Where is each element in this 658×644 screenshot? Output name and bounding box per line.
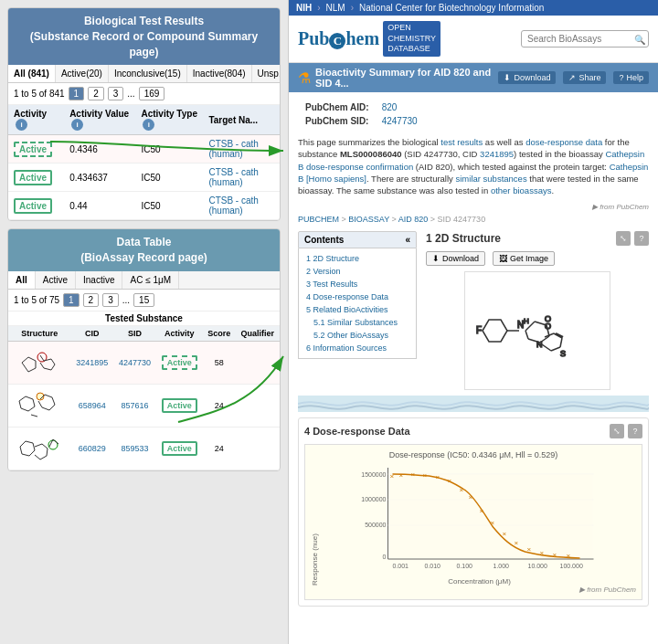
table-row: Active 0.434637 IC50 CTSB - cath (human) (8, 164, 280, 192)
target-link-2[interactable]: CTSB - cath (human) (208, 167, 258, 187)
qual-1 (236, 341, 280, 384)
svg-line-14 (33, 399, 35, 406)
target-link-1[interactable]: CTSB - cath (human) (208, 139, 258, 159)
sid-link-2[interactable]: 857616 (121, 401, 148, 410)
download-structure-btn[interactable]: ⬇ Download (426, 251, 485, 266)
breadcrumb-bioassay[interactable]: BIOASSAY (348, 215, 389, 224)
svg-text:500000: 500000 (365, 522, 386, 528)
qual-3 (236, 427, 280, 470)
svg-text:10.000: 10.000 (528, 563, 548, 569)
page-ellipsis: ... (127, 89, 134, 99)
help-icon: ? (619, 73, 623, 82)
share-btn[interactable]: ↗ Share (563, 71, 606, 84)
data-table: Structure CID SID Activity Score Qualifi… (8, 326, 280, 470)
aid-value[interactable]: 820 (377, 101, 423, 113)
nih-sep-1: › (317, 3, 320, 13)
data-row-3: 660829 859533 Active 24 (8, 427, 280, 470)
contents-item-5[interactable]: 5 Related BioActivities (299, 303, 416, 316)
content-area: PubChem AID: 820 PubChem SID: 4247730 Th… (289, 92, 658, 644)
tab-active[interactable]: Active(20) (56, 65, 109, 82)
contents-subitem-5-1[interactable]: 5.1 Similar Substances (299, 316, 416, 329)
page-2-btn[interactable]: 2 (88, 87, 104, 100)
svg-text:×: × (448, 477, 452, 485)
data-tab-active[interactable]: Active (36, 271, 76, 289)
cid-link[interactable]: 3241895 (480, 149, 514, 159)
contents-item-2[interactable]: 2 Version (299, 265, 416, 278)
help-btn[interactable]: ? Help (613, 71, 649, 84)
svg-text:×: × (491, 519, 495, 527)
breadcrumb-pubchem[interactable]: PUBCHEM (298, 215, 339, 224)
svg-text:0.100: 0.100 (457, 563, 473, 569)
tab-unspecified[interactable]: Unsp... (252, 65, 281, 82)
search-input[interactable] (521, 30, 649, 48)
test-results-link[interactable]: test results (440, 137, 483, 147)
svg-line-0 (22, 357, 28, 363)
get-image-btn[interactable]: 🖼 Get Image (493, 251, 555, 266)
collapse-icon[interactable]: « (405, 235, 410, 245)
page-1-btn[interactable]: 1 (69, 87, 85, 100)
target-link-3[interactable]: CTSB - cath (human) (208, 195, 258, 216)
expand-icon[interactable]: ⤡ (616, 231, 631, 246)
bio-header-line1: Biological Test Results (16, 14, 272, 29)
svg-line-19 (38, 401, 42, 407)
contents-item-1[interactable]: 1 2D Structure (299, 252, 416, 265)
contents-item-3[interactable]: 3 Test Results (299, 278, 416, 290)
download-btn[interactable]: ⬇ Download (498, 71, 556, 84)
sid-value[interactable]: 4247730 (377, 115, 423, 127)
activity-info-icon[interactable]: i (16, 119, 27, 131)
aid-table: PubChem AID: 820 PubChem SID: 4247730 (298, 100, 425, 129)
data-tab-inactive[interactable]: Inactive (76, 271, 122, 289)
svg-line-25 (31, 415, 37, 417)
data-page-3-btn[interactable]: 3 (102, 293, 119, 307)
tested-substance-label: Tested Substance (8, 311, 280, 326)
data-active-3: Active (162, 441, 197, 456)
blue-bar: ⚗ Bioactivity Summary for AID 820 and SI… (289, 63, 658, 92)
data-tab-ac[interactable]: AC ≤ 1μM (122, 271, 179, 289)
cid-link-2[interactable]: 658964 (79, 401, 106, 410)
cell-value-3: 0.44 (64, 192, 135, 220)
help-dose-icon[interactable]: ? (628, 424, 642, 438)
cid-link-1[interactable]: 3241895 (76, 358, 108, 367)
tab-all[interactable]: All (841) (8, 65, 56, 82)
expand-dose-icon[interactable]: ⤡ (610, 424, 624, 438)
page-3-btn[interactable]: 3 (108, 87, 124, 100)
breadcrumb-aid[interactable]: AID 820 (398, 215, 429, 224)
bio-header: Biological Test Results (Substance Recor… (8, 8, 280, 65)
table-row: Active 0.44 IC50 CTSB - cath (human) (8, 192, 280, 220)
data-page-1-btn[interactable]: 1 (63, 293, 80, 307)
tab-inactive[interactable]: Inactive(804) (187, 65, 252, 82)
cid-link-3[interactable]: 660829 (79, 444, 106, 453)
similar-link[interactable]: similar substances (456, 174, 527, 184)
page-last-btn[interactable]: 169 (139, 87, 165, 100)
dose-response-link[interactable]: dose-response data (525, 137, 602, 147)
pagination-text: 1 to 5 of 841 (14, 89, 65, 99)
data-header: Data Table (BioAssay Record page) (8, 229, 280, 271)
active-badge-2: Active (14, 170, 52, 185)
sid-link-1[interactable]: 4247730 (119, 358, 151, 367)
svg-line-23 (45, 395, 52, 397)
data-page-last-btn[interactable]: 15 (133, 293, 154, 307)
contents-subitem-5-2[interactable]: 5.2 Other BioAssays (299, 329, 416, 342)
molecule-svg-2 (15, 387, 65, 422)
search-area: 🔍 (521, 30, 649, 48)
search-icon[interactable]: 🔍 (634, 34, 645, 44)
contents-item-6[interactable]: 6 Information Sources (299, 342, 416, 354)
col-target: Target Na... (203, 105, 280, 135)
svg-line-26 (20, 441, 26, 447)
other-bioassays-link[interactable]: other bioassays (491, 185, 552, 195)
structure-actions-row: ⬇ Download 🖼 Get Image (426, 251, 649, 266)
cell-value-2: 0.434637 (64, 164, 135, 192)
data-page-2-btn[interactable]: 2 (83, 293, 100, 307)
svg-line-8 (51, 364, 55, 370)
data-tab-all[interactable]: All (8, 271, 36, 289)
sid-link-3[interactable]: 859533 (121, 444, 148, 453)
contents-item-4[interactable]: 4 Dose-response Data (299, 290, 416, 303)
help-structure-icon[interactable]: ? (634, 231, 649, 246)
svg-line-28 (33, 443, 35, 450)
svg-text:×: × (469, 493, 473, 501)
type-info-icon[interactable]: i (143, 119, 154, 131)
value-info-icon[interactable]: i (71, 119, 83, 131)
data-header-line2: (BioAssay Record page) (16, 250, 272, 266)
tab-inconclusive[interactable]: Inconclusive(15) (109, 65, 187, 82)
from-pubchem-1: ▶ from PubChem (298, 203, 649, 211)
